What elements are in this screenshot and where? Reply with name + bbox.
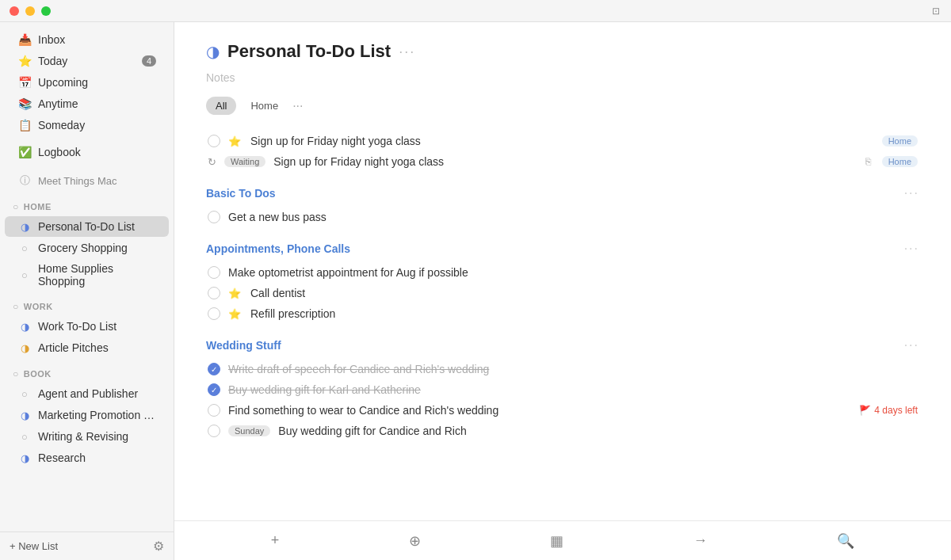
basic-tasks: Get a new bus pass [206,207,919,227]
upcoming-icon: 📅 [17,75,32,90]
sidebar-item-work-todo[interactable]: ◑ Work To-Do List [5,316,169,337]
sidebar-item-upcoming[interactable]: 📅 Upcoming [5,72,169,93]
sidebar-item-marketing[interactable]: ◑ Marketing Promotion and [5,405,169,425]
close-button[interactable] [10,6,19,16]
page-title: Personal To-Do List [227,41,391,62]
wedding-tasks: Write draft of speech for Candice and Ri… [206,359,919,441]
task-checkbox-optom[interactable] [208,266,220,279]
task-checkbox-gift-candice[interactable] [208,425,220,437]
sidebar-item-anytime[interactable]: 📚 Anytime [5,93,169,114]
forward-button[interactable]: → [684,528,717,554]
section-menu-basic[interactable]: ··· [904,186,919,200]
new-list-label: + New List [10,540,58,552]
sidebar-item-inbox-label: Inbox [38,33,156,46]
sidebar-item-personal-todo-label: Personal To-Do List [38,220,156,233]
pinned-tasks: ⭐ Sign up for Friday night yoga class Ho… [206,131,919,172]
sidebar-footer: + New List ⚙ [0,531,174,560]
section-menu-wedding[interactable]: ··· [904,338,919,352]
expand-icon[interactable]: ⊡ [930,6,941,17]
section-title-appointments: Appointments, Phone Calls [206,242,350,255]
main-content: ◑ Personal To-Do List ··· Notes All Home… [174,22,951,520]
add-task-button[interactable]: + [262,528,289,554]
add-deadline-button[interactable]: ⊕ [399,528,430,554]
sidebar-item-today-label: Today [38,55,142,67]
inbox-icon: 📥 [17,32,32,47]
copy-icon: ⎘ [865,156,871,167]
titlebar: ⊡ [0,0,951,22]
sidebar-section-book: ○ BOOK [0,359,174,383]
sidebar: 📥 Inbox ⭐ Today 4 📅 Upcoming 📚 Anytime 📋… [0,0,174,560]
appointments-tasks: Make optometrist appointment for Aug if … [206,262,919,324]
section-title-basic: Basic To Dos [206,187,276,200]
personal-todo-icon: ◑ [17,219,32,234]
minimize-button[interactable] [25,6,35,16]
sidebar-item-writing[interactable]: ○ Writing & Revising [5,426,169,447]
sidebar-item-meet-things[interactable]: ⓘ Meet Things Mac [5,170,169,191]
maximize-button[interactable] [41,6,51,16]
notes-placeholder[interactable]: Notes [206,68,919,97]
task-item-dentist: ⭐ Call dentist [206,283,919,303]
today-icon: ⭐ [17,54,32,68]
sidebar-item-home-supplies[interactable]: ○ Home Supplies Shopping [5,259,169,291]
task-text-prescription: Refill prescription [250,307,918,320]
task-checkbox-dentist[interactable] [208,287,220,299]
task-checkbox-outfit[interactable] [208,404,220,417]
task-checkbox-yoga1[interactable] [208,135,220,147]
sidebar-item-marketing-label: Marketing Promotion and [38,409,156,421]
new-list-button[interactable]: + New List [10,540,58,552]
work-todo-icon: ◑ [17,319,32,333]
sidebar-item-work-todo-label: Work To-Do List [38,320,156,333]
sidebar-item-inbox[interactable]: 📥 Inbox [5,29,169,50]
section-menu-appointments[interactable]: ··· [904,242,919,256]
task-item-optom: Make optometrist appointment for Aug if … [206,262,919,283]
sidebar-item-logbook[interactable]: ✅ Logbook [5,142,169,162]
flag-icon: 🚩 [859,405,871,416]
sidebar-section-home: ○ HOME [0,192,174,215]
sidebar-item-research[interactable]: ◑ Research [5,448,169,468]
task-text-speech: Write draft of speech for Candice and Ri… [228,363,918,375]
sidebar-item-grocery-label: Grocery Shopping [38,242,156,254]
filter-home[interactable]: Home [241,97,288,115]
task-text-outfit: Find something to wear to Candice and Ri… [228,404,851,417]
grocery-icon: ○ [17,241,32,255]
filter-all[interactable]: All [206,97,236,115]
sidebar-item-today[interactable]: ⭐ Today 4 [5,51,169,71]
star-icon-prescription: ⭐ [228,308,241,320]
sidebar-item-agent-publisher[interactable]: ○ Agent and Publisher [5,383,169,404]
calendar-button[interactable]: ▦ [540,528,573,554]
task-item-prescription: ⭐ Refill prescription [206,303,919,324]
page-title-icon: ◑ [206,42,220,61]
task-checkbox-gift-karl[interactable] [208,383,220,396]
filter-more-button[interactable]: ··· [292,99,303,113]
home-supplies-icon: ○ [17,268,32,282]
section-title-wedding: Wedding Stuff [206,339,281,352]
task-checkbox-prescription[interactable] [208,307,220,320]
book-section-icon: ○ [13,368,19,379]
task-checkbox-bus[interactable] [208,211,220,223]
sidebar-item-upcoming-label: Upcoming [38,76,156,89]
sidebar-item-article-pitches[interactable]: ◑ Article Pitches [5,337,169,358]
sidebar-item-grocery[interactable]: ○ Grocery Shopping [5,238,169,258]
task-item-yoga1: ⭐ Sign up for Friday night yoga class Ho… [206,131,919,151]
sidebar-item-anytime-label: Anytime [38,97,156,110]
home-section-label: HOME [24,202,52,211]
marketing-icon: ◑ [17,408,32,422]
section-header-appointments: Appointments, Phone Calls ··· [206,227,919,262]
task-item-speech: Write draft of speech for Candice and Ri… [206,359,919,379]
task-checkbox-speech[interactable] [208,363,220,375]
star-icon-yoga1: ⭐ [228,135,241,147]
filter-icon[interactable]: ⚙ [153,539,164,554]
work-section-label: WORK [24,302,53,311]
task-tag-yoga2: Home [882,156,918,167]
sidebar-item-someday[interactable]: 📋 Someday [5,115,169,135]
search-button[interactable]: 🔍 [827,528,864,554]
deadline-text: 4 days left [874,405,918,416]
page-menu-button[interactable]: ··· [399,44,415,60]
task-text-gift-karl: Buy wedding gift for Karl and Katherine [228,383,918,396]
task-deadline-outfit: 🚩 4 days left [859,405,918,416]
section-header-wedding: Wedding Stuff ··· [206,324,919,359]
logbook-icon: ✅ [17,145,32,159]
star-icon-dentist: ⭐ [228,288,241,299]
sidebar-item-someday-label: Someday [38,119,156,131]
sidebar-item-personal-todo[interactable]: ◑ Personal To-Do List [5,216,169,237]
